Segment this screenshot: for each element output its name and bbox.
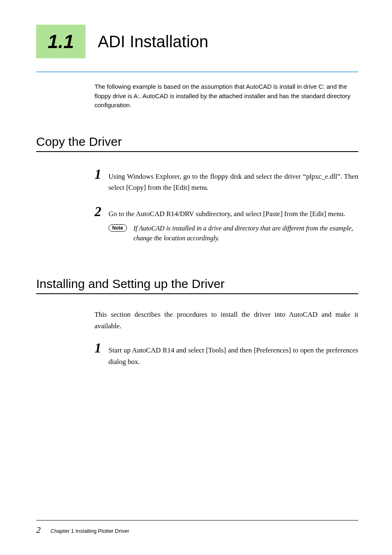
intro-paragraph: The following example is based on the as… xyxy=(95,82,358,110)
page-number: 2 xyxy=(36,525,41,535)
step-text: Go to the AutoCAD R14/DRV subdirectory, … xyxy=(108,204,358,220)
step-item: 1 Using Windows Explorer, go to the flop… xyxy=(95,167,358,193)
note-text: If AutoCAD is installed in a drive and d… xyxy=(134,223,358,243)
step-text: Using Windows Explorer, go to the floppy… xyxy=(108,167,358,193)
step-block: 1 Start up AutoCAD R14 and select [Tools… xyxy=(95,341,358,367)
step-number: 1 xyxy=(95,341,104,355)
heading-copy-driver: Copy the Driver xyxy=(36,135,358,152)
step-block: 2 Go to the AutoCAD R14/DRV subdirectory… xyxy=(95,204,358,244)
page-title: ADI Installation xyxy=(98,32,208,51)
footer: 2 Chapter 1 Installing Plotter Driver xyxy=(36,520,358,535)
title-underline xyxy=(36,71,358,72)
step-number: 2 xyxy=(95,204,104,219)
chapter-label: Chapter 1 Installing Plotter Driver xyxy=(51,528,129,534)
step-item: 1 Start up AutoCAD R14 and select [Tools… xyxy=(95,341,358,367)
step-item: 2 Go to the AutoCAD R14/DRV subdirectory… xyxy=(95,204,358,220)
note-badge: Note xyxy=(108,224,127,232)
heading-install-driver: Installing and Setting up the Driver xyxy=(36,277,358,294)
note-row: Note If AutoCAD is installed in a drive … xyxy=(108,223,358,243)
install-intro-paragraph: This section describes the procedures to… xyxy=(95,309,358,332)
step-number: 1 xyxy=(95,167,104,181)
step-text: Start up AutoCAD R14 and select [Tools] … xyxy=(108,341,358,367)
step-block: 1 Using Windows Explorer, go to the flop… xyxy=(95,167,358,193)
section-number-badge: 1.1 xyxy=(36,25,85,58)
